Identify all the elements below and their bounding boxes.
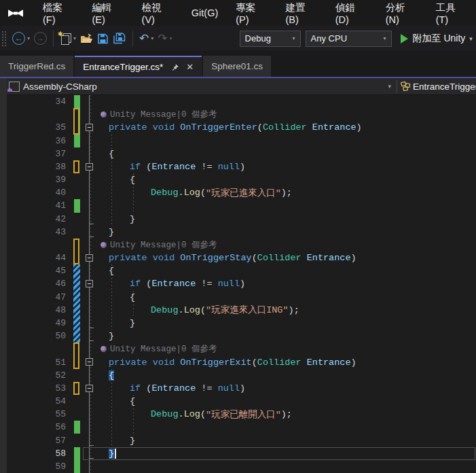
save-all-button[interactable] xyxy=(111,29,128,48)
open-folder-icon xyxy=(80,33,93,44)
attach-to-unity-label: 附加至 Unity xyxy=(413,33,466,45)
toolbar-grip-handle[interactable] xyxy=(1,31,6,47)
menu-bar: 檔案(F)編輯(E)檢視(V)Git(G)專案(P)建置(B)偵錯(D)分析(N… xyxy=(0,0,476,26)
fold-end-tick xyxy=(90,340,94,341)
navigation-bar: Assembly-CSharp ▾ EntranceTrigger xyxy=(7,78,476,95)
document-tab[interactable]: EntranceTrigger.cs*✕ xyxy=(75,56,202,77)
menu-item[interactable]: 編輯(E) xyxy=(83,0,132,26)
redo-button[interactable]: ↷ ▾ xyxy=(155,29,174,48)
save-button[interactable] xyxy=(95,29,111,48)
collapse-region-button[interactable] xyxy=(86,385,93,392)
toolbar-separator xyxy=(53,31,54,47)
menu-item[interactable]: 檢視(V) xyxy=(133,0,183,26)
code-editor[interactable]: 34Unity Message|0 個參考35private void OnTr… xyxy=(0,95,476,473)
collapse-region-button[interactable] xyxy=(86,280,93,287)
menu-item[interactable]: 建置(B) xyxy=(276,0,326,26)
solution-platform-dropdown[interactable]: Any CPU ▾ xyxy=(306,31,392,47)
class-icon xyxy=(400,81,411,92)
visual-studio-logo-icon xyxy=(7,7,24,19)
current-line-highlight xyxy=(83,447,475,460)
chevron-down-icon[interactable]: ▾ xyxy=(388,83,391,90)
toolbar: ← ▾ → ✱ ▾ xyxy=(0,26,476,51)
menu-item[interactable]: 偵錯(D) xyxy=(327,0,377,26)
undo-button[interactable]: ↶ ▾ xyxy=(137,29,155,48)
fold-end-tick xyxy=(90,328,94,328)
collapse-region-button[interactable] xyxy=(86,124,93,131)
redo-dropdown-caret-icon: ▾ xyxy=(170,35,172,41)
save-floppy-icon xyxy=(97,33,109,44)
collapse-region-button[interactable] xyxy=(86,254,93,262)
tab-label: EntranceTrigger.cs* xyxy=(83,62,163,72)
project-name: Assembly-CSharp xyxy=(23,82,97,92)
new-item-dropdown-caret-icon[interactable]: ▾ xyxy=(73,35,76,41)
run-dropdown-caret-icon[interactable]: ▾ xyxy=(469,35,473,42)
collapse-region-button[interactable] xyxy=(86,358,93,366)
collapse-region-button[interactable] xyxy=(86,163,93,171)
undo-icon: ↶ xyxy=(139,33,149,44)
fold-end-tick xyxy=(90,236,94,237)
menu-bar-items: 檔案(F)編輯(E)檢視(V)Git(G)專案(P)建置(B)偵錯(D)分析(N… xyxy=(34,0,476,26)
close-icon[interactable]: ✕ xyxy=(186,62,194,72)
fold-end-tick xyxy=(90,224,94,224)
menu-item[interactable]: 檔案(F) xyxy=(34,0,83,26)
redo-icon: ↷ xyxy=(158,33,167,44)
navigate-forward-button[interactable]: → xyxy=(32,29,49,48)
menu-item[interactable]: 分析(N) xyxy=(377,0,427,26)
chevron-down-icon: ▾ xyxy=(384,35,386,41)
fold-end-tick xyxy=(90,445,94,446)
project-dropdown[interactable]: Assembly-CSharp xyxy=(7,82,382,92)
chevron-down-icon: ▾ xyxy=(293,35,295,41)
document-tab[interactable]: TriggerRed.cs xyxy=(0,56,73,77)
forward-arrow-icon: → xyxy=(34,32,47,45)
new-item-button[interactable]: ✱ ▾ xyxy=(58,29,78,48)
tab-label: TriggerRed.cs xyxy=(8,61,65,71)
class-dropdown[interactable]: EntranceTrigger xyxy=(397,81,476,92)
left-edge-strip xyxy=(0,78,7,473)
undo-dropdown-caret-icon[interactable]: ▾ xyxy=(151,35,153,41)
class-name: EntranceTrigger xyxy=(413,82,476,92)
attach-to-unity-button[interactable]: 附加至 Unity ▾ xyxy=(392,29,475,48)
document-tab[interactable]: Sphere01.cs xyxy=(203,56,271,77)
new-item-icon: ✱ xyxy=(60,33,71,44)
menu-item[interactable]: 工具(T) xyxy=(427,0,476,26)
csharp-project-icon xyxy=(9,82,20,92)
back-dropdown-caret-icon[interactable]: ▾ xyxy=(27,35,30,41)
editor-overlays xyxy=(0,95,476,473)
navigate-back-button[interactable]: ← ▾ xyxy=(10,29,32,48)
visual-studio-window: 檔案(F)編輯(E)檢視(V)Git(G)專案(P)建置(B)偵錯(D)分析(N… xyxy=(0,0,476,473)
tab-strip: TriggerRed.csEntranceTrigger.cs*✕Sphere0… xyxy=(0,51,476,77)
open-file-button[interactable] xyxy=(78,29,95,48)
toolbar-separator xyxy=(132,31,133,47)
menu-item[interactable]: Git(G) xyxy=(183,0,227,26)
solution-platform-value: Any CPU xyxy=(311,33,377,43)
solution-configuration-dropdown[interactable]: Debug ▾ xyxy=(240,31,301,47)
play-icon xyxy=(401,34,408,43)
menu-item[interactable]: 專案(P) xyxy=(227,0,276,26)
back-arrow-icon: ← xyxy=(12,32,25,45)
solution-configuration-value: Debug xyxy=(245,33,286,43)
pin-icon[interactable] xyxy=(171,63,179,71)
tab-label: Sphere01.cs xyxy=(211,61,263,71)
save-all-icon xyxy=(113,33,126,44)
